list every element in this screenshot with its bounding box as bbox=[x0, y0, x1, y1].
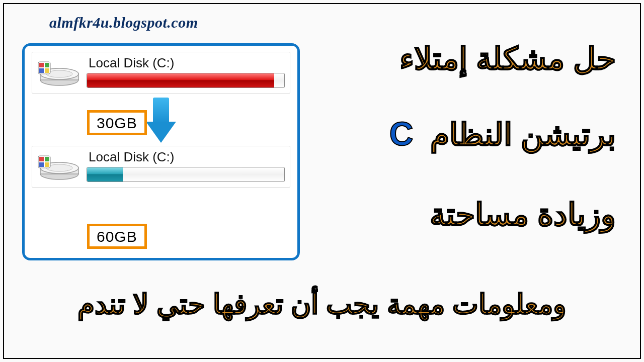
size-highlight-after: 60GB bbox=[87, 224, 147, 249]
hard-drive-icon bbox=[37, 56, 79, 88]
arrow-down-icon bbox=[146, 98, 176, 143]
usage-fill-before bbox=[87, 73, 274, 87]
page-frame: almfkr4u.blogspot.com Local Disk (C:) bbox=[3, 3, 641, 359]
disk-row-before: Local Disk (C:) bbox=[32, 52, 290, 94]
usage-bar-after bbox=[87, 167, 285, 182]
headline-line2: برتيشن النظام C bbox=[389, 115, 616, 153]
headline-line2-text: برتيشن النظام bbox=[430, 117, 616, 152]
svg-rect-16 bbox=[39, 162, 44, 167]
svg-rect-14 bbox=[39, 157, 44, 161]
disk-body-after: Local Disk (C:) bbox=[87, 149, 285, 182]
headline-line4: ومعلومات مهمة يجب أن تعرفها حتي لا تندم bbox=[24, 288, 620, 320]
svg-rect-7 bbox=[39, 68, 44, 73]
usage-fill-after bbox=[87, 167, 123, 182]
svg-rect-8 bbox=[45, 68, 49, 73]
disk-label-after: Local Disk (C:) bbox=[87, 149, 285, 167]
disk-label-before: Local Disk (C:) bbox=[87, 55, 285, 73]
disk-body-before: Local Disk (C:) bbox=[87, 55, 285, 88]
svg-rect-17 bbox=[45, 162, 49, 167]
size-highlight-before: 30GB bbox=[87, 110, 147, 135]
headline-line1: حل مشكلة إمتلاء bbox=[399, 40, 616, 77]
disk-panel: Local Disk (C:) bbox=[22, 43, 300, 260]
usage-bar-before bbox=[87, 73, 285, 88]
watermark-text: almfkr4u.blogspot.com bbox=[49, 14, 198, 31]
svg-rect-5 bbox=[39, 63, 44, 67]
svg-rect-15 bbox=[45, 157, 49, 161]
arrow-container bbox=[32, 98, 290, 143]
headline-letter-c: C bbox=[389, 115, 422, 152]
hard-drive-icon bbox=[37, 150, 79, 182]
svg-rect-6 bbox=[45, 63, 49, 67]
headline-line3: وزيادة مساحتة bbox=[430, 196, 616, 233]
disk-row-after: Local Disk (C:) bbox=[32, 146, 290, 188]
